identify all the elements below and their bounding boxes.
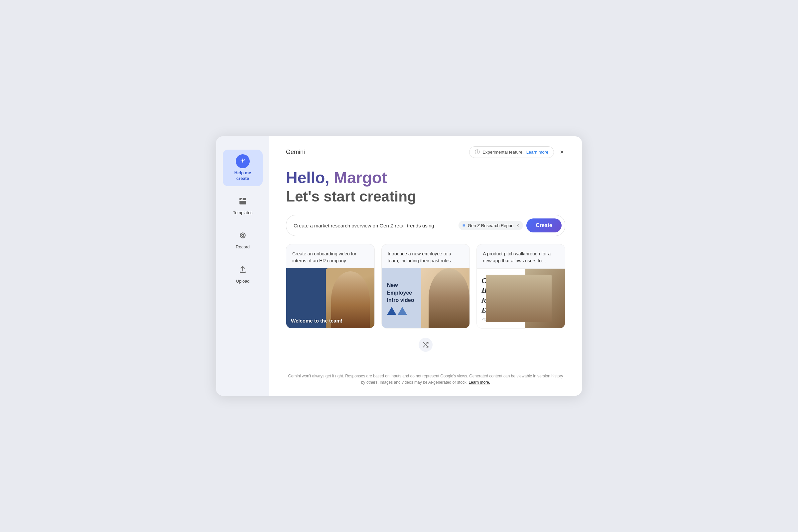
card-3-image: Cook Healthy Meals with Ease Product wal…	[477, 268, 565, 328]
card-1-overlay-text: Welcome to the team!	[291, 318, 342, 324]
card-3-visual: Cook Healthy Meals with Ease Product wal…	[477, 268, 565, 328]
search-bar: ≡ Gen Z Research Report × Create	[286, 215, 565, 236]
close-button[interactable]: ×	[558, 147, 565, 157]
card-1-text: Create an onboarding video for interns o…	[286, 244, 374, 268]
shuffle-icon	[422, 341, 429, 348]
upload-icon	[236, 263, 250, 277]
suggestion-card-1[interactable]: Create an onboarding video for interns o…	[286, 244, 375, 328]
shuffle-button[interactable]	[419, 338, 433, 352]
sidebar-item-help-me-create[interactable]: Help me create	[223, 150, 263, 186]
shuffle-row	[286, 338, 565, 352]
card-2-right	[421, 268, 470, 328]
search-input[interactable]	[293, 223, 455, 228]
main-content: Gemini ⓘ Experimental feature. Learn mor…	[269, 136, 582, 396]
card-2-triangles	[387, 307, 416, 315]
greeting-subtitle: Let's start creating	[286, 188, 565, 205]
sparkle-icon	[236, 154, 250, 168]
close-tag-button[interactable]: ×	[516, 223, 519, 228]
disclaimer: Gemini won't always get it right. Respon…	[286, 373, 565, 386]
record-icon	[236, 228, 250, 242]
sidebar-item-label: Help me create	[229, 170, 256, 182]
disclaimer-text: Gemini won't always get it right. Respon…	[288, 374, 563, 385]
card-2-left-title: New Employee Intro video	[387, 282, 416, 304]
svg-point-6	[242, 235, 243, 236]
card-3-right	[525, 269, 565, 328]
disclaimer-learn-more[interactable]: Learn more.	[469, 380, 490, 385]
sidebar-item-label: Record	[236, 244, 250, 250]
sidebar-item-label: Templates	[233, 210, 252, 216]
sidebar-item-record[interactable]: Record	[223, 224, 263, 255]
card-3-figure	[486, 274, 552, 322]
card-2-figure	[429, 268, 470, 328]
experimental-badge: ⓘ Experimental feature. Learn more	[469, 146, 554, 158]
sidebar: Help me create Templates	[216, 136, 269, 396]
sidebar-item-templates[interactable]: Templates	[223, 190, 263, 221]
info-icon: ⓘ	[475, 149, 480, 155]
card-2-visual: New Employee Intro video	[382, 268, 470, 328]
templates-icon	[236, 194, 250, 208]
card-1-image: Welcome to the team!	[286, 268, 374, 328]
svg-rect-1	[240, 198, 242, 200]
app-title: Gemini	[286, 149, 305, 156]
app-window: Help me create Templates	[216, 136, 582, 396]
create-button[interactable]: Create	[526, 218, 562, 232]
svg-rect-3	[240, 201, 246, 205]
greeting-hello: Hello,	[286, 169, 329, 187]
suggestion-cards: Create an onboarding video for interns o…	[286, 244, 565, 328]
card-3-text: A product pitch walkthrough for a new ap…	[477, 244, 565, 268]
greeting-section: Hello, Margot Let's start creating	[286, 169, 565, 205]
card-2-text: Introduce a new employee to a team, incl…	[382, 244, 470, 268]
search-tag-label: Gen Z Research Report	[468, 223, 514, 228]
learn-more-link[interactable]: Learn more	[526, 150, 548, 155]
triangle-1	[387, 307, 396, 315]
suggestion-card-2[interactable]: Introduce a new employee to a team, incl…	[381, 244, 470, 328]
greeting-name: Margot	[334, 169, 387, 187]
svg-point-0	[244, 159, 245, 160]
search-tag: ≡ Gen Z Research Report ×	[458, 221, 523, 230]
topbar: Gemini ⓘ Experimental feature. Learn mor…	[286, 146, 565, 158]
sidebar-item-upload[interactable]: Upload	[223, 258, 263, 289]
greeting-line1: Hello, Margot	[286, 169, 565, 187]
triangle-2	[398, 307, 407, 315]
svg-rect-2	[243, 198, 246, 200]
doc-icon: ≡	[462, 223, 465, 228]
card-2-image: New Employee Intro video	[382, 268, 470, 328]
sidebar-item-label: Upload	[236, 279, 249, 284]
suggestion-card-3[interactable]: A product pitch walkthrough for a new ap…	[476, 244, 565, 328]
card-1-visual: Welcome to the team!	[286, 268, 374, 328]
card-2-left: New Employee Intro video	[382, 268, 421, 328]
topbar-right: ⓘ Experimental feature. Learn more ×	[469, 146, 565, 158]
experimental-text: Experimental feature.	[482, 150, 524, 155]
